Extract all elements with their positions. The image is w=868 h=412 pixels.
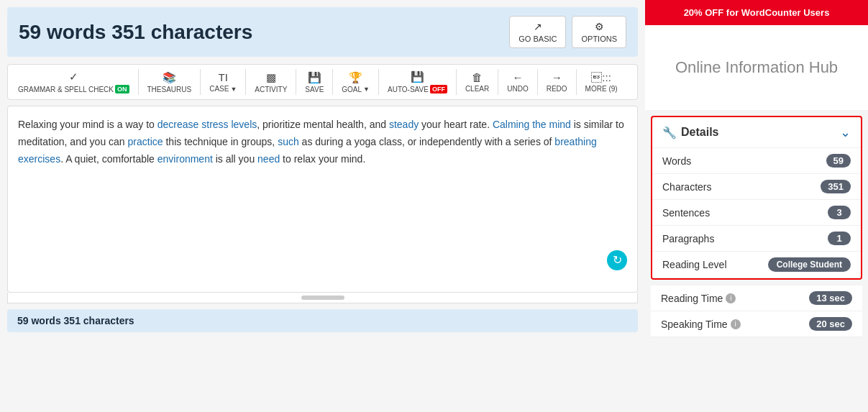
speaking-time-row: Speaking Time i 20 sec [651,311,862,337]
goal-button[interactable]: 🏆 GOAL ▼ [336,68,375,96]
header-bar: 59 words 351 characters ↗ GO BASIC ⚙ OPT… [7,7,638,57]
options-button[interactable]: ⚙ OPTIONS [572,16,626,48]
details-header: 🔧 Details ⌄ [652,117,861,148]
link-calming: Calming the mind [493,119,571,130]
promo-text: 20% OFF for WordCounter Users [684,7,830,18]
reading-level-row: Reading Level College Student [652,252,861,278]
toolbar-separator-8 [498,69,498,95]
link-practice: practice [128,136,163,147]
save-button[interactable]: 💾 SAVE [299,68,329,96]
sentences-count: 3 [828,206,851,219]
link-such: such [278,136,299,147]
speaking-time-label: Speaking Time [661,319,728,330]
characters-label: Characters [662,181,711,193]
reading-level-badge: College Student [768,257,851,272]
toolbar-separator-6 [378,69,379,95]
reading-time-info-icon: i [726,293,736,303]
speaking-time-label-group: Speaking Time i [661,319,741,330]
link-decrease: decrease stress levels [157,119,257,130]
link-need: need [257,153,280,165]
wrench-icon: 🔧 [662,126,677,139]
activity-button[interactable]: ▩ ACTIVITY [249,68,293,96]
link-breathing: breathing exercises [18,136,597,165]
save-icon: 💾 [308,71,321,84]
words-label: Words [662,155,691,167]
paragraphs-count: 1 [828,232,851,245]
undo-icon: ← [512,71,523,83]
speaking-time-info-icon: i [731,319,741,329]
reading-level-label: Reading Level [662,259,727,270]
reading-time-label: Reading Time [661,293,723,304]
characters-count: 351 [821,180,851,193]
scroll-indicator[interactable]: ↻ [607,250,627,270]
chart-icon: ▩ [266,71,276,84]
toolbar-separator-7 [456,69,457,95]
sentences-row: Sentences 3 [652,200,861,226]
reading-time-row: Reading Time i 13 sec [651,285,862,311]
toolbar: ✓ GRAMMAR & SPELL CHECK ON 📚 THESAURUS T… [7,64,638,100]
toolbar-separator-5 [332,69,333,95]
editor-area[interactable]: Relaxing your mind is a way to decrease … [7,106,638,293]
sentences-label: Sentences [662,207,710,219]
paragraphs-row: Paragraphs 1 [652,226,861,252]
chevron-down-icon[interactable]: ⌄ [840,124,851,140]
info-hub-title: Online Information Hub [657,37,856,99]
scrollbar-thumb [301,296,344,300]
undo-button[interactable]: ← UNDO [501,68,534,96]
details-title: Details [681,126,718,139]
toolbar-separator-1 [138,69,139,95]
toolbar-separator-4 [296,69,296,95]
info-hub-box: Online Information Hub [645,25,868,110]
autosave-icon: 💾 [411,70,424,83]
footer-word-count: 59 words 351 characters [17,315,134,326]
more-button[interactable]: ::: MORE (9) [580,68,623,96]
case-button[interactable]: TI CASE ▼ [204,68,242,96]
word-count-title: 59 words 351 characters [19,21,252,44]
grammar-spell-check-button[interactable]: ✓ GRAMMAR & SPELL CHECK ON [12,68,135,96]
external-link-icon: ↗ [534,21,542,32]
trophy-icon: 🏆 [349,71,362,84]
words-row: Words 59 [652,148,861,174]
redo-button[interactable]: → REDO [541,68,573,96]
book-icon: 📚 [163,71,176,84]
footer-bar: 59 words 351 characters [7,309,638,332]
reading-time-value: 13 sec [809,291,852,305]
paragraphs-label: Paragraphs [662,233,714,244]
characters-row: Characters 351 [652,174,861,200]
trash-icon: 🗑 [472,71,483,83]
autosave-button[interactable]: 💾 AUTO-SAVE OFF [382,68,453,96]
editor-scrollbar [7,293,638,303]
thesaurus-button[interactable]: 📚 THESAURUS [142,68,198,96]
toolbar-separator-2 [200,69,201,95]
settings-icon: ⚙ [595,21,604,32]
clear-button[interactable]: 🗑 CLEAR [460,68,495,96]
words-count: 59 [826,154,851,168]
redo-icon: → [552,71,562,83]
speaking-time-value: 20 sec [809,317,852,331]
editor-content: Relaxing your mind is a way to decrease … [18,116,627,168]
toolbar-separator-3 [245,69,246,95]
go-basic-button[interactable]: ↗ GO BASIC [509,16,566,48]
grid-icon: ::: [591,71,611,83]
details-header-left: 🔧 Details [662,126,718,139]
toolbar-separator-9 [537,69,538,95]
checkmark-icon: ✓ [69,70,78,83]
toolbar-separator-10 [576,69,577,95]
header-buttons: ↗ GO BASIC ⚙ OPTIONS [509,16,626,48]
sidebar: 20% OFF for WordCounter Users Online Inf… [645,0,868,412]
link-steady: steady [389,119,419,130]
link-environment: environment [157,153,213,165]
case-icon: TI [219,71,228,83]
reading-time-label-group: Reading Time i [661,293,736,304]
promo-banner: 20% OFF for WordCounter Users [645,0,868,25]
details-box: 🔧 Details ⌄ Words 59 Characters 351 Sent… [651,116,862,280]
